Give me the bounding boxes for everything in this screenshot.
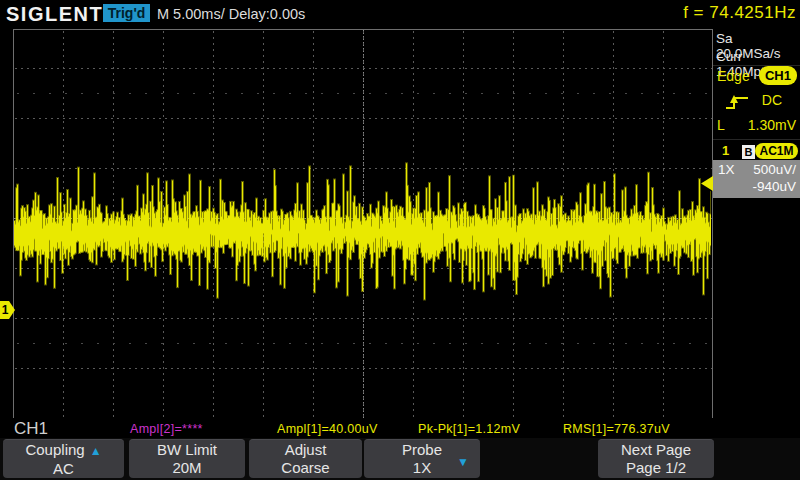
channel1-descriptor-header[interactable]: 1 B AC1M (713, 142, 800, 160)
trigger-type-label: Edge (717, 68, 750, 84)
probe-attenuation-label: 1X (718, 162, 735, 177)
volts-per-div-readout: 500uV/ (753, 162, 796, 177)
softkey-bw-limit[interactable]: BW Limit 20M (129, 439, 245, 478)
frequency-counter: f = 74.4251Hz (683, 3, 796, 23)
softkey-value: Page 1/2 (626, 459, 686, 477)
softkey-label: Adjust (285, 441, 327, 459)
softkey-adjust[interactable]: Adjust Coarse (249, 439, 362, 478)
softkey-value: 20M (172, 459, 201, 477)
trigger-level-label: L (717, 117, 725, 133)
softkey-label: BW Limit (157, 441, 217, 459)
siglent-logo: SIGLENT (6, 3, 103, 26)
softkey-menu-bar: Coupling▲ AC BW Limit 20M Adjust Coarse … (0, 438, 800, 480)
sidebar-divider (713, 139, 800, 140)
down-arrow-icon: ▼ (457, 453, 469, 471)
channel1-marker-label: 1 (0, 301, 10, 319)
softkey-label: Probe (402, 441, 442, 459)
display-graticule (0, 0, 800, 480)
softkey-value: 1X (413, 459, 431, 477)
top-status-bar: SIGLENT Trig'd M 5.00ms/ Delay:0.00s f =… (0, 0, 800, 28)
rising-edge-icon (725, 91, 749, 113)
measurement-ampl-ch1: Ampl[1]=40.00uV (277, 422, 378, 436)
up-arrow-icon: ▲ (90, 444, 102, 458)
measurement-rms-ch1: RMS[1]=776.37uV (563, 422, 670, 436)
timebase-readout: M 5.00ms/ Delay:0.00s (157, 6, 305, 22)
softkey-coupling[interactable]: Coupling▲ AC (3, 439, 124, 478)
active-channel-label: CH1 (14, 419, 48, 439)
right-sidebar: Sa 20.0MSa/s Curr 1.40Mpts Edge CH1 DC L… (713, 28, 800, 420)
softkey-probe[interactable]: Probe 1X ▼ (364, 439, 480, 478)
channel1-descriptor-body[interactable]: 1X 500uV/ -940uV (713, 160, 800, 198)
channel-offset-readout: -940uV (752, 179, 796, 194)
channel-coupling-badge: AC1M (755, 143, 798, 159)
softkey-value: AC (53, 460, 74, 478)
trigger-level-value: 1.30mV (748, 117, 796, 133)
trigger-source-badge: CH1 (759, 66, 797, 85)
trigger-status-badge: Trig'd (103, 4, 150, 22)
measurement-ampl-ch2: Ampl[2]=**** (130, 422, 203, 436)
bandwidth-limit-badge: B (741, 144, 756, 160)
oscilloscope-screen: SIGLENT Trig'd M 5.00ms/ Delay:0.00s f =… (0, 0, 800, 480)
softkey-next-page[interactable]: Next Page Page 1/2 (598, 439, 714, 478)
measurement-pkpk-ch1: Pk-Pk[1]=1.12mV (418, 422, 520, 436)
softkey-label: Next Page (621, 441, 691, 459)
measurement-row: CH1 Ampl[2]=**** Ampl[1]=40.00uV Pk-Pk[1… (0, 418, 800, 438)
trigger-coupling-label: DC (762, 92, 782, 108)
softkey-label: Coupling (25, 441, 84, 458)
channel-number-label: 1 (722, 143, 729, 158)
softkey-value: Coarse (281, 459, 329, 477)
